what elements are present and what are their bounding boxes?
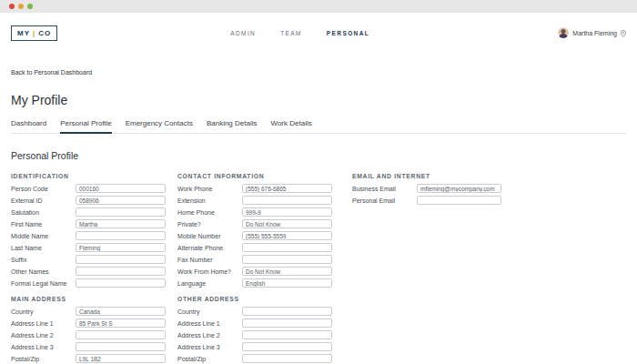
field-row-address-line-3: Address Line 3 (177, 342, 332, 351)
logo-text-left: MY (17, 29, 30, 37)
section-title-other-address: OTHER ADDRESS (177, 296, 332, 302)
field-input-personal-email[interactable] (417, 196, 501, 205)
field-input-home-phone[interactable] (242, 207, 332, 217)
field-input-middle-name[interactable] (76, 231, 166, 240)
field-label-first-name: First Name (11, 221, 76, 228)
field-row-formal-legal-name: Formal Legal Name (11, 278, 166, 288)
field-row-address-line-1: Address Line 1 (177, 318, 332, 328)
field-input-person-code[interactable] (76, 184, 166, 193)
field-label-country: Country (177, 308, 242, 315)
field-row-country: Country (11, 307, 166, 316)
field-label-external-id: External ID (11, 197, 76, 204)
field-input-address-line-3[interactable] (76, 342, 166, 351)
field-row-private: Private? (177, 219, 332, 228)
logo-text-right: CO (38, 29, 51, 37)
field-input-fax-number[interactable] (242, 255, 332, 264)
field-input-salutation[interactable] (76, 207, 166, 217)
field-input-address-line-1[interactable] (242, 318, 332, 328)
field-input-work-from-home[interactable] (242, 267, 332, 276)
form-column-1: IDENTIFICATIONPerson CodeExternal IDSalu… (11, 173, 166, 364)
field-row-address-line-2: Address Line 2 (177, 330, 332, 339)
field-input-last-name[interactable] (76, 243, 166, 252)
tab-banking-details[interactable]: Banking Details (207, 119, 258, 134)
field-row-postal-zip: Postal/Zip (11, 354, 166, 363)
form-grid: IDENTIFICATIONPerson CodeExternal IDSalu… (11, 173, 626, 364)
field-label-address-line-1: Address Line 1 (11, 320, 76, 327)
field-label-salutation: Salutation (11, 209, 76, 216)
field-row-address-line-2: Address Line 2 (11, 330, 166, 339)
field-input-country[interactable] (76, 307, 166, 316)
field-label-address-line-1: Address Line 1 (177, 320, 242, 327)
tab-work-details[interactable]: Work Details (270, 119, 311, 134)
section-other-address: OTHER ADDRESSCountryAddress Line 1Addres… (177, 296, 332, 364)
main-nav: ADMINTEAMPERSONAL (230, 30, 369, 36)
field-input-country[interactable] (242, 307, 332, 316)
field-input-alternate-phone[interactable] (242, 243, 332, 252)
field-row-address-line-1: Address Line 1 (11, 318, 166, 328)
field-label-extension: Extension (177, 197, 242, 204)
section-contact-information: CONTACT INFORMATIONWork PhoneExtensionHo… (177, 173, 332, 288)
field-label-postal-zip: Postal/Zip (177, 356, 242, 362)
field-row-alternate-phone: Alternate Phone (177, 243, 332, 252)
field-row-personal-email: Personal Email (352, 196, 501, 205)
field-row-work-from-home: Work From Home? (177, 267, 332, 276)
field-input-address-line-1[interactable] (76, 318, 166, 328)
field-input-mobile-number[interactable] (242, 231, 332, 240)
field-input-address-line-2[interactable] (242, 330, 332, 339)
field-row-business-email: Business Email (352, 184, 501, 193)
field-input-work-phone[interactable] (242, 184, 332, 193)
tab-bar: DashboardPersonal ProfileEmergency Conta… (11, 119, 626, 134)
user-menu[interactable]: Martha Fleming (558, 25, 626, 41)
field-label-address-line-3: Address Line 3 (11, 344, 76, 350)
field-input-address-line-3[interactable] (242, 342, 332, 351)
personal-profile-heading: Personal Profile (11, 150, 626, 161)
breadcrumb-back-link[interactable]: Back to Personal Dashboard (11, 69, 92, 76)
field-row-extension: Extension (177, 196, 332, 205)
field-input-first-name[interactable] (76, 219, 166, 228)
field-label-work-from-home: Work From Home? (177, 268, 242, 275)
field-row-home-phone: Home Phone (177, 207, 332, 217)
tab-personal-profile[interactable]: Personal Profile (60, 119, 111, 134)
nav-item-admin[interactable]: ADMIN (230, 30, 256, 36)
field-row-suffix: Suffix (11, 255, 166, 264)
tab-dashboard[interactable]: Dashboard (11, 119, 46, 134)
window-minimize-button[interactable] (18, 4, 24, 9)
location-pin-icon (621, 25, 626, 41)
window-close-button[interactable] (9, 4, 15, 9)
tab-emergency-contacts[interactable]: Emergency Contacts (126, 119, 193, 134)
field-row-person-code: Person Code (11, 184, 166, 193)
field-input-private[interactable] (242, 219, 332, 228)
field-input-other-names[interactable] (76, 267, 166, 276)
app-window: MY | CO ADMINTEAMPERSONAL Martha Fleming (0, 0, 637, 364)
field-label-language: Language (177, 280, 242, 287)
field-input-formal-legal-name[interactable] (76, 278, 166, 288)
field-label-business-email: Business Email (352, 186, 417, 192)
field-input-external-id[interactable] (76, 196, 166, 205)
company-logo[interactable]: MY | CO (11, 25, 57, 41)
window-maximize-button[interactable] (27, 4, 33, 9)
field-label-private: Private? (177, 221, 242, 228)
field-input-language[interactable] (242, 278, 332, 288)
nav-item-personal[interactable]: PERSONAL (327, 30, 369, 36)
field-row-external-id: External ID (11, 196, 166, 205)
field-input-business-email[interactable] (417, 184, 501, 193)
field-input-postal-zip[interactable] (76, 354, 166, 363)
field-input-address-line-2[interactable] (76, 330, 166, 339)
field-label-address-line-2: Address Line 2 (177, 332, 242, 339)
field-row-first-name: First Name (11, 219, 166, 228)
field-input-postal-zip[interactable] (242, 354, 332, 363)
field-input-suffix[interactable] (76, 255, 166, 264)
field-label-middle-name: Middle Name (11, 233, 76, 239)
field-label-mobile-number: Mobile Number (177, 233, 242, 239)
field-row-middle-name: Middle Name (11, 231, 166, 240)
field-row-salutation: Salutation (11, 207, 166, 217)
user-name: Martha Fleming (572, 30, 617, 36)
field-input-extension[interactable] (242, 196, 332, 205)
nav-item-team[interactable]: TEAM (280, 30, 302, 36)
field-label-address-line-3: Address Line 3 (177, 344, 242, 350)
logo-divider: | (33, 29, 35, 37)
field-row-mobile-number: Mobile Number (177, 231, 332, 240)
field-label-postal-zip: Postal/Zip (11, 356, 76, 362)
field-label-formal-legal-name: Formal Legal Name (11, 280, 76, 287)
field-label-country: Country (11, 308, 76, 315)
